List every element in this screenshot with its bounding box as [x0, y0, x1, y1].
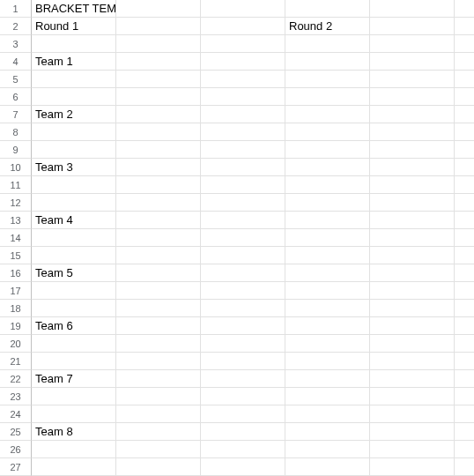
cell[interactable] [32, 88, 116, 106]
cell[interactable] [455, 123, 474, 141]
cell[interactable] [116, 141, 201, 159]
cell[interactable] [455, 159, 474, 176]
cell-a1[interactable]: BRACKET TEMPLATE [32, 0, 116, 18]
cell[interactable] [116, 212, 201, 229]
cell[interactable] [32, 123, 116, 141]
row-header[interactable]: 6 [0, 88, 32, 106]
row-header[interactable]: 24 [0, 405, 32, 423]
cell[interactable] [455, 458, 474, 476]
cell[interactable] [370, 229, 455, 247]
cell[interactable] [116, 264, 201, 282]
cell[interactable] [455, 106, 474, 123]
cell-round1-header[interactable]: Round 1 [32, 18, 116, 35]
cell[interactable] [116, 405, 201, 423]
cell[interactable] [116, 229, 201, 247]
cell[interactable] [116, 123, 201, 141]
cell[interactable] [32, 405, 116, 423]
cell[interactable] [201, 370, 285, 388]
cell[interactable] [285, 335, 370, 353]
cell[interactable] [285, 370, 370, 388]
cell[interactable] [455, 388, 474, 405]
cell[interactable] [201, 159, 285, 176]
cell[interactable] [285, 282, 370, 300]
cell[interactable] [370, 18, 455, 35]
cell[interactable] [116, 194, 201, 212]
cell[interactable] [370, 353, 455, 370]
cell[interactable] [370, 282, 455, 300]
cell-team4[interactable]: Team 4 [32, 212, 116, 229]
cell[interactable] [285, 141, 370, 159]
cell[interactable] [116, 106, 201, 123]
cell[interactable] [285, 300, 370, 317]
cell[interactable] [116, 458, 201, 476]
cell[interactable] [285, 405, 370, 423]
cell[interactable] [455, 370, 474, 388]
cell[interactable] [285, 71, 370, 88]
cell[interactable] [285, 123, 370, 141]
cell-team8[interactable]: Team 8 [32, 423, 116, 441]
row-header[interactable]: 4 [0, 53, 32, 71]
cell[interactable] [116, 53, 201, 71]
cell[interactable] [116, 335, 201, 353]
cell[interactable] [285, 353, 370, 370]
cell[interactable] [32, 71, 116, 88]
cell[interactable] [455, 300, 474, 317]
row-header[interactable]: 23 [0, 388, 32, 405]
cell[interactable] [116, 317, 201, 335]
cell[interactable] [285, 88, 370, 106]
cell[interactable] [370, 53, 455, 71]
cell[interactable] [201, 264, 285, 282]
cell[interactable] [116, 71, 201, 88]
row-header[interactable]: 22 [0, 370, 32, 388]
row-header[interactable]: 18 [0, 300, 32, 317]
cell[interactable] [116, 441, 201, 458]
cell[interactable] [201, 441, 285, 458]
cell[interactable] [285, 441, 370, 458]
cell[interactable] [455, 353, 474, 370]
cell[interactable] [455, 405, 474, 423]
cell[interactable] [455, 0, 474, 18]
cell[interactable] [32, 194, 116, 212]
cell[interactable] [201, 106, 285, 123]
cell[interactable] [455, 229, 474, 247]
cell[interactable] [455, 141, 474, 159]
cell[interactable] [116, 88, 201, 106]
cell[interactable] [116, 159, 201, 176]
spreadsheet-grid[interactable]: 1 BRACKET TEMPLATE 2 Round 1 Round 2 3 4… [0, 0, 474, 476]
row-header[interactable]: 17 [0, 282, 32, 300]
row-header[interactable]: 16 [0, 264, 32, 282]
cell[interactable] [32, 441, 116, 458]
cell[interactable] [455, 35, 474, 53]
cell[interactable] [370, 141, 455, 159]
cell[interactable] [285, 317, 370, 335]
cell[interactable] [32, 458, 116, 476]
row-header[interactable]: 3 [0, 35, 32, 53]
cell[interactable] [455, 335, 474, 353]
cell[interactable] [370, 441, 455, 458]
cell[interactable] [285, 247, 370, 264]
cell[interactable] [201, 88, 285, 106]
cell[interactable] [285, 194, 370, 212]
cell[interactable] [370, 335, 455, 353]
cell[interactable] [116, 423, 201, 441]
cell[interactable] [201, 141, 285, 159]
cell[interactable] [116, 388, 201, 405]
cell[interactable] [201, 423, 285, 441]
row-header[interactable]: 9 [0, 141, 32, 159]
cell[interactable] [201, 229, 285, 247]
cell[interactable] [201, 282, 285, 300]
cell[interactable] [455, 18, 474, 35]
cell-team2[interactable]: Team 2 [32, 106, 116, 123]
cell[interactable] [285, 53, 370, 71]
cell[interactable] [32, 353, 116, 370]
cell[interactable] [370, 247, 455, 264]
cell[interactable] [455, 247, 474, 264]
cell[interactable] [201, 176, 285, 194]
cell[interactable] [201, 194, 285, 212]
cell[interactable] [32, 141, 116, 159]
cell[interactable] [32, 300, 116, 317]
cell[interactable] [370, 35, 455, 53]
cell[interactable] [370, 123, 455, 141]
cell[interactable] [370, 264, 455, 282]
cell[interactable] [32, 282, 116, 300]
